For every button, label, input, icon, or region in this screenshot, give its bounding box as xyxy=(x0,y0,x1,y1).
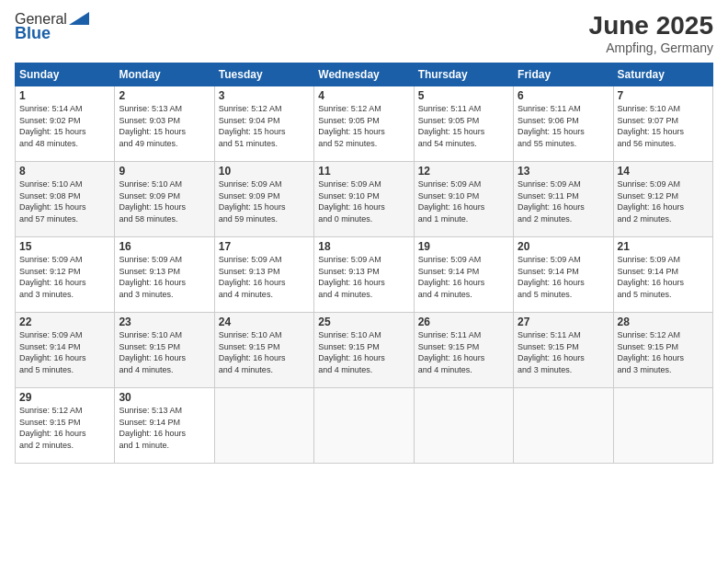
header: General Blue June 2025 Ampfing, Germany xyxy=(15,11,713,55)
day-number: 6 xyxy=(518,89,609,102)
header-thursday: Thursday xyxy=(414,63,513,86)
day-number: 24 xyxy=(219,316,310,328)
day-cell: 11Sunrise: 5:09 AM Sunset: 9:10 PM Dayli… xyxy=(314,162,414,237)
day-cell: 29Sunrise: 5:12 AM Sunset: 9:15 PM Dayli… xyxy=(16,388,115,464)
day-number: 16 xyxy=(119,240,210,253)
day-number: 3 xyxy=(219,89,310,102)
day-cell: 8Sunrise: 5:10 AM Sunset: 9:08 PM Daylig… xyxy=(16,162,115,237)
day-info: Sunrise: 5:10 AM Sunset: 9:15 PM Dayligh… xyxy=(119,329,210,375)
header-monday: Monday xyxy=(115,63,214,86)
week-row-3: 15Sunrise: 5:09 AM Sunset: 9:12 PM Dayli… xyxy=(16,237,713,313)
day-cell: 12Sunrise: 5:09 AM Sunset: 9:10 PM Dayli… xyxy=(414,162,513,237)
day-info: Sunrise: 5:09 AM Sunset: 9:13 PM Dayligh… xyxy=(119,254,210,300)
day-info: Sunrise: 5:09 AM Sunset: 9:14 PM Dayligh… xyxy=(418,254,509,300)
svg-marker-0 xyxy=(69,12,89,25)
day-info: Sunrise: 5:09 AM Sunset: 9:14 PM Dayligh… xyxy=(518,254,609,300)
header-friday: Friday xyxy=(514,63,613,86)
day-info: Sunrise: 5:12 AM Sunset: 9:05 PM Dayligh… xyxy=(318,103,409,149)
day-number: 12 xyxy=(418,165,509,178)
calendar-subtitle: Ampfing, Germany xyxy=(589,40,713,55)
day-cell: 3Sunrise: 5:12 AM Sunset: 9:04 PM Daylig… xyxy=(214,86,313,162)
day-number: 5 xyxy=(418,89,509,102)
day-info: Sunrise: 5:10 AM Sunset: 9:09 PM Dayligh… xyxy=(119,178,210,224)
day-number: 11 xyxy=(318,165,409,178)
calendar-table: Sunday Monday Tuesday Wednesday Thursday… xyxy=(15,63,713,464)
day-cell: 25Sunrise: 5:10 AM Sunset: 9:15 PM Dayli… xyxy=(314,313,414,388)
day-number: 1 xyxy=(19,89,110,102)
day-number: 27 xyxy=(518,316,609,328)
days-header-row: Sunday Monday Tuesday Wednesday Thursday… xyxy=(16,63,713,86)
day-number: 18 xyxy=(318,240,409,253)
calendar-title: June 2025 xyxy=(589,11,713,40)
day-cell: 27Sunrise: 5:11 AM Sunset: 9:15 PM Dayli… xyxy=(514,313,613,388)
day-number: 17 xyxy=(219,240,310,253)
day-info: Sunrise: 5:12 AM Sunset: 9:15 PM Dayligh… xyxy=(19,405,110,451)
day-info: Sunrise: 5:12 AM Sunset: 9:15 PM Dayligh… xyxy=(618,329,709,375)
day-cell: 24Sunrise: 5:10 AM Sunset: 9:15 PM Dayli… xyxy=(214,313,313,388)
logo-blue-text: Blue xyxy=(15,24,51,43)
day-number: 21 xyxy=(618,240,709,253)
day-info: Sunrise: 5:09 AM Sunset: 9:13 PM Dayligh… xyxy=(318,254,409,300)
day-info: Sunrise: 5:09 AM Sunset: 9:14 PM Dayligh… xyxy=(19,329,110,375)
header-wednesday: Wednesday xyxy=(314,63,414,86)
day-info: Sunrise: 5:09 AM Sunset: 9:14 PM Dayligh… xyxy=(618,254,709,300)
header-sunday: Sunday xyxy=(16,63,115,86)
day-number: 30 xyxy=(119,391,210,404)
day-number: 14 xyxy=(618,165,709,178)
week-row-4: 22Sunrise: 5:09 AM Sunset: 9:14 PM Dayli… xyxy=(16,313,713,388)
day-cell xyxy=(414,388,513,464)
day-number: 2 xyxy=(119,89,210,102)
day-info: Sunrise: 5:13 AM Sunset: 9:14 PM Dayligh… xyxy=(119,405,210,451)
day-info: Sunrise: 5:14 AM Sunset: 9:02 PM Dayligh… xyxy=(19,103,110,149)
day-number: 20 xyxy=(518,240,609,253)
day-info: Sunrise: 5:10 AM Sunset: 9:15 PM Dayligh… xyxy=(219,329,310,375)
day-cell: 17Sunrise: 5:09 AM Sunset: 9:13 PM Dayli… xyxy=(214,237,313,313)
day-number: 28 xyxy=(618,316,709,328)
day-cell: 9Sunrise: 5:10 AM Sunset: 9:09 PM Daylig… xyxy=(115,162,214,237)
day-cell: 6Sunrise: 5:11 AM Sunset: 9:06 PM Daylig… xyxy=(514,86,613,162)
day-info: Sunrise: 5:09 AM Sunset: 9:11 PM Dayligh… xyxy=(518,178,609,224)
day-cell: 18Sunrise: 5:09 AM Sunset: 9:13 PM Dayli… xyxy=(314,237,414,313)
day-info: Sunrise: 5:09 AM Sunset: 9:13 PM Dayligh… xyxy=(219,254,310,300)
day-number: 25 xyxy=(318,316,409,328)
day-info: Sunrise: 5:09 AM Sunset: 9:09 PM Dayligh… xyxy=(219,178,310,224)
day-info: Sunrise: 5:11 AM Sunset: 9:06 PM Dayligh… xyxy=(518,103,609,149)
week-row-2: 8Sunrise: 5:10 AM Sunset: 9:08 PM Daylig… xyxy=(16,162,713,237)
day-number: 23 xyxy=(119,316,210,328)
day-cell: 2Sunrise: 5:13 AM Sunset: 9:03 PM Daylig… xyxy=(115,86,214,162)
day-info: Sunrise: 5:10 AM Sunset: 9:08 PM Dayligh… xyxy=(19,178,110,224)
day-number: 19 xyxy=(418,240,509,253)
day-number: 22 xyxy=(19,316,110,328)
day-info: Sunrise: 5:11 AM Sunset: 9:15 PM Dayligh… xyxy=(418,329,509,375)
day-number: 8 xyxy=(19,165,110,178)
day-cell xyxy=(514,388,613,464)
day-number: 10 xyxy=(219,165,310,178)
day-number: 7 xyxy=(618,89,709,102)
day-cell: 20Sunrise: 5:09 AM Sunset: 9:14 PM Dayli… xyxy=(514,237,613,313)
day-cell: 7Sunrise: 5:10 AM Sunset: 9:07 PM Daylig… xyxy=(613,86,712,162)
day-number: 29 xyxy=(19,391,110,404)
day-info: Sunrise: 5:12 AM Sunset: 9:04 PM Dayligh… xyxy=(219,103,310,149)
day-number: 4 xyxy=(318,89,409,102)
day-cell xyxy=(314,388,414,464)
day-cell: 10Sunrise: 5:09 AM Sunset: 9:09 PM Dayli… xyxy=(214,162,313,237)
header-tuesday: Tuesday xyxy=(214,63,313,86)
day-cell: 1Sunrise: 5:14 AM Sunset: 9:02 PM Daylig… xyxy=(16,86,115,162)
day-cell xyxy=(613,388,712,464)
day-info: Sunrise: 5:11 AM Sunset: 9:15 PM Dayligh… xyxy=(518,329,609,375)
day-info: Sunrise: 5:09 AM Sunset: 9:10 PM Dayligh… xyxy=(418,178,509,224)
day-cell: 21Sunrise: 5:09 AM Sunset: 9:14 PM Dayli… xyxy=(613,237,712,313)
day-cell: 14Sunrise: 5:09 AM Sunset: 9:12 PM Dayli… xyxy=(613,162,712,237)
day-cell: 22Sunrise: 5:09 AM Sunset: 9:14 PM Dayli… xyxy=(16,313,115,388)
day-info: Sunrise: 5:13 AM Sunset: 9:03 PM Dayligh… xyxy=(119,103,210,149)
day-info: Sunrise: 5:11 AM Sunset: 9:05 PM Dayligh… xyxy=(418,103,509,149)
day-cell: 16Sunrise: 5:09 AM Sunset: 9:13 PM Dayli… xyxy=(115,237,214,313)
day-number: 26 xyxy=(418,316,509,328)
day-cell: 19Sunrise: 5:09 AM Sunset: 9:14 PM Dayli… xyxy=(414,237,513,313)
day-info: Sunrise: 5:09 AM Sunset: 9:12 PM Dayligh… xyxy=(618,178,709,224)
day-cell: 4Sunrise: 5:12 AM Sunset: 9:05 PM Daylig… xyxy=(314,86,414,162)
title-block: June 2025 Ampfing, Germany xyxy=(589,11,713,55)
day-cell: 30Sunrise: 5:13 AM Sunset: 9:14 PM Dayli… xyxy=(115,388,214,464)
week-row-5: 29Sunrise: 5:12 AM Sunset: 9:15 PM Dayli… xyxy=(16,388,713,464)
day-info: Sunrise: 5:09 AM Sunset: 9:10 PM Dayligh… xyxy=(318,178,409,224)
